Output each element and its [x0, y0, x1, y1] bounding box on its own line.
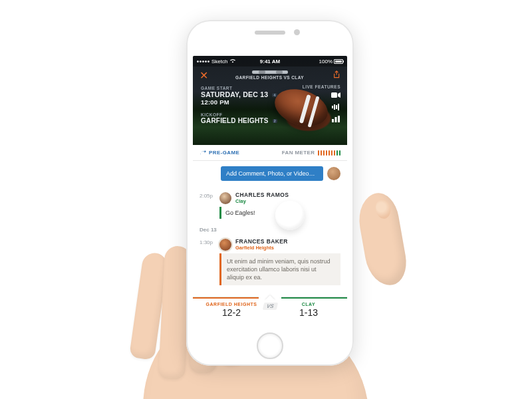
svg-rect-4: [338, 104, 339, 110]
home-button[interactable]: [257, 332, 283, 359]
scrubber-icon: [252, 70, 288, 74]
user-team: Garfield Heights: [235, 245, 288, 251]
video-feature-icon[interactable]: [331, 92, 340, 100]
close-button[interactable]: ✕: [200, 69, 208, 82]
user-avatar[interactable]: [219, 192, 231, 204]
vs-divider[interactable]: VS: [259, 295, 281, 310]
matchup-label: GARFIELD HEIGHTS VS CLAY: [235, 75, 304, 80]
clock-label: 9:41 AM: [260, 59, 280, 65]
svg-rect-3: [336, 105, 337, 109]
right-team-tile[interactable]: CLAY 1-13: [270, 297, 347, 326]
user-name[interactable]: FRANCES BAKER: [235, 238, 288, 245]
phone-speaker: [255, 31, 285, 35]
right-team-name: CLAY: [270, 302, 347, 307]
game-hero: ✕ GARFIELD HEIGHTS VS CLAY GAME START SA…: [193, 56, 347, 145]
app-screen: Sketch 9:41 AM 100% ✕ GARFIELD HEIGHTS V…: [193, 56, 347, 326]
fanmeter-label: FAN METER: [282, 150, 315, 156]
live-features-label: LIVE FEATURES: [303, 84, 340, 89]
phone-frame: Sketch 9:41 AM 100% ✕ GARFIELD HEIGHTS V…: [186, 20, 354, 366]
audio-feature-icon[interactable]: [331, 104, 340, 112]
svg-rect-7: [338, 116, 340, 122]
entry-time: 2:05p: [200, 192, 219, 219]
share-button[interactable]: [331, 70, 340, 82]
carrier-label: Sketch: [211, 59, 227, 65]
phone-camera: [294, 29, 300, 35]
svg-rect-1: [332, 106, 333, 108]
stats-feature-icon[interactable]: [331, 116, 340, 124]
battery-icon: [334, 59, 343, 64]
game-start-day: SATURDAY, DEC 13: [201, 90, 268, 98]
svg-rect-0: [331, 92, 337, 98]
my-avatar[interactable]: [327, 167, 340, 180]
entry-time: 1:30p: [200, 238, 219, 285]
feed-entry: 2:05pCHARLES RAMOSClayGo Eagles!: [200, 192, 340, 219]
pregame-label: PRE-GAME: [209, 150, 239, 156]
kickoff-badge: 2: [273, 119, 278, 123]
signal-dots-icon: [197, 61, 209, 63]
battery-percent: 100%: [319, 59, 332, 65]
kickoff-team: GARFIELD HEIGHTS: [201, 117, 269, 124]
pregame-indicator[interactable]: PRE-GAME: [200, 150, 239, 156]
hero-title: GARFIELD HEIGHTS VS CLAY: [235, 70, 304, 80]
wifi-icon: [229, 58, 236, 65]
share-arc-icon: [200, 150, 206, 156]
game-start-badge: 4: [272, 93, 277, 97]
comment-input[interactable]: Add Comment, Photo, or Video…: [221, 166, 323, 181]
chevron-up-icon: [265, 290, 275, 301]
score-bar: GARFIELD HEIGHTS 12-2 CLAY 1-13 VS: [193, 297, 347, 326]
svg-rect-5: [332, 119, 334, 122]
fanmeter-bars: [318, 150, 341, 156]
feed-entry: 1:30pFRANCES BAKERGarfield HeightsUt eni…: [200, 238, 340, 285]
comment-placeholder: Add Comment, Photo, or Video…: [226, 170, 315, 177]
svg-rect-2: [334, 104, 335, 110]
tap-indicator: [275, 201, 305, 230]
feed-date-separator: Dec 13: [200, 227, 340, 233]
svg-rect-6: [335, 117, 337, 122]
vs-label: VS: [262, 303, 277, 310]
entry-message: Ut enim ad minim veniam, quis nostrud ex…: [219, 253, 340, 285]
user-avatar[interactable]: [219, 239, 231, 251]
user-name[interactable]: CHARLES RAMOS: [235, 192, 289, 198]
right-team-record: 1-13: [270, 307, 347, 318]
activity-feed: 2:05pCHARLES RAMOSClayGo Eagles!Dec 131:…: [193, 184, 347, 285]
sub-bar: PRE-GAME FAN METER: [193, 145, 347, 161]
status-bar: Sketch 9:41 AM 100%: [193, 56, 347, 66]
comment-composer: Add Comment, Photo, or Video…: [193, 161, 347, 184]
